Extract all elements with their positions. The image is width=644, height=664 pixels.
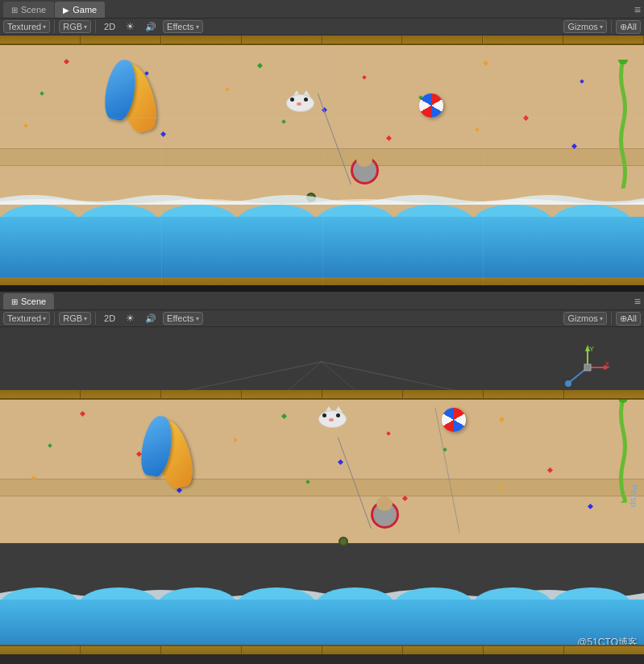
audio-icon[interactable]: 🔊 (141, 21, 160, 33)
vine-2 (615, 398, 621, 495)
bottom-panel-tabs: ⊞ Scene ≡ (0, 292, 644, 309)
bottom-audio-icon[interactable]: 🔊 (141, 313, 160, 325)
gizmos-dropdown[interactable]: Gizmos ▾ (563, 20, 606, 33)
scene-tab-label: Scene (21, 5, 46, 15)
water-foam-1 (0, 190, 644, 205)
bottom-toolbar: Textured ▾ RGB ▾ 2D ☀ 🔊 Effects ▾ Gizmos… (0, 309, 644, 327)
surfboard-2 (141, 416, 197, 496)
gizmos-arrow-top: ▾ (600, 23, 603, 31)
sun-icon[interactable]: ☀ (122, 20, 139, 33)
svg-text:Y: Y (589, 345, 594, 353)
bottom-layers-dropdown[interactable]: ⊕All (616, 312, 641, 326)
bottom-shading-dropdown[interactable]: Textured ▾ (3, 312, 50, 325)
tab-scene-bottom[interactable]: ⊞ Scene (3, 293, 54, 309)
player-character-1 (347, 152, 387, 193)
svg-text:x: x (605, 359, 609, 367)
water-area-1 (0, 205, 644, 277)
scene2-tab-icon: ⊞ (11, 297, 18, 306)
beach-ball-2 (442, 408, 466, 432)
top-toolbar-sep2 (95, 20, 96, 33)
player-character-2 (367, 496, 407, 537)
top-toolbar-sep3 (611, 20, 612, 33)
top-toolbar: Textured ▾ RGB ▾ 2D ☀ 🔊 Effects ▾ Gizmos… (0, 18, 644, 35)
top-panel-tabs: ⊞ Scene ▶ Game ≡ (0, 0, 644, 18)
bottom-shading-arrow: ▾ (43, 315, 46, 322)
cat-character-2 (318, 406, 347, 430)
tab-game-active[interactable]: ▶ Game (55, 2, 105, 18)
panel-splitter[interactable] (0, 285, 644, 292)
bottom-toolbar-sep3 (611, 312, 612, 325)
persp-label[interactable]: Persp (629, 484, 639, 508)
color-mode-dropdown[interactable]: RGB ▾ (59, 20, 91, 33)
vine-1 (615, 60, 621, 181)
gizmos-arrow-bottom: ▾ (600, 315, 603, 322)
bottom-2d-toggle[interactable]: 2D (100, 313, 119, 324)
top-toolbar-sep1 (54, 20, 55, 33)
layers-dropdown[interactable]: ⊕All (616, 20, 641, 34)
effects-arrow-bottom: ▾ (196, 315, 199, 322)
surfboard-1 (105, 60, 161, 140)
scene-tab-icon: ⊞ (11, 6, 18, 15)
bottom-panel-menu[interactable]: ≡ (634, 295, 641, 308)
bottom-toolbar-sep2 (95, 312, 96, 325)
colormode-arrow: ▾ (84, 23, 87, 31)
shading-arrow: ▾ (43, 23, 46, 31)
game-view (0, 35, 644, 285)
shading-dropdown[interactable]: Textured ▾ (3, 20, 50, 33)
bottom-toolbar-sep1 (54, 312, 55, 325)
effects-dropdown[interactable]: Effects ▾ (163, 20, 202, 33)
cat-character-1 (286, 90, 314, 114)
bottom-sun-icon[interactable]: ☀ (122, 312, 139, 325)
tab-game-inactive[interactable]: ⊞ Scene (3, 2, 54, 18)
gizmo-widget: x Y (563, 343, 612, 392)
game-tab-label: Game (73, 5, 97, 15)
svg-point-12 (565, 380, 571, 387)
bottom-colormode-arrow: ▾ (84, 315, 87, 322)
2d-toggle[interactable]: 2D (100, 21, 119, 32)
game-tab-icon: ▶ (63, 6, 69, 15)
bottom-effects-dropdown[interactable]: Effects ▾ (163, 312, 202, 325)
water-area-2 (0, 587, 644, 652)
svg-point-0 (618, 60, 628, 64)
svg-rect-13 (584, 364, 591, 371)
olive-ball-2 (339, 537, 348, 546)
top-panel-menu[interactable]: ≡ (634, 3, 641, 16)
bottom-color-mode-dropdown[interactable]: RGB ▾ (59, 312, 91, 325)
beach-ball-1 (419, 93, 443, 118)
bottom-gizmos-dropdown[interactable]: Gizmos ▾ (563, 312, 606, 325)
effects-arrow-top: ▾ (196, 23, 199, 31)
scene-view-bottom: x Y Persp @51CTO博客 (0, 327, 644, 664)
scene2-tab-label: Scene (21, 297, 46, 306)
